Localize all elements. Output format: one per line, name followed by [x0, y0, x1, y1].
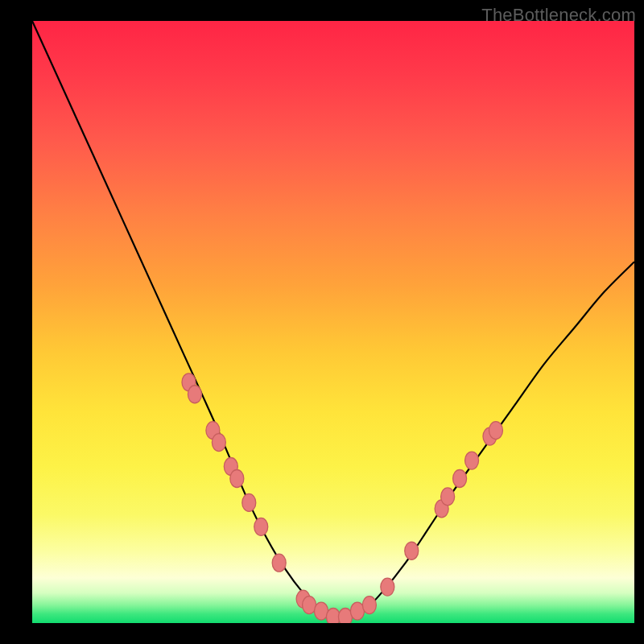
watermark-text: TheBottleneck.com	[481, 5, 636, 26]
data-point-markers	[32, 21, 634, 623]
data-point-marker	[254, 518, 268, 535]
data-point-marker	[453, 469, 467, 487]
data-point-marker	[381, 578, 394, 596]
data-point-marker	[489, 422, 502, 440]
data-point-marker	[188, 386, 201, 403]
data-point-marker	[272, 554, 286, 572]
data-point-marker	[230, 469, 244, 487]
data-point-marker	[405, 542, 419, 559]
data-point-marker	[212, 434, 225, 452]
plot-area	[32, 21, 634, 623]
data-point-marker	[362, 597, 376, 614]
outer-frame: TheBottleneck.com	[0, 0, 644, 644]
marker-group	[182, 374, 502, 623]
data-point-marker	[465, 452, 479, 469]
data-point-marker	[242, 493, 256, 511]
data-point-marker	[441, 488, 455, 506]
